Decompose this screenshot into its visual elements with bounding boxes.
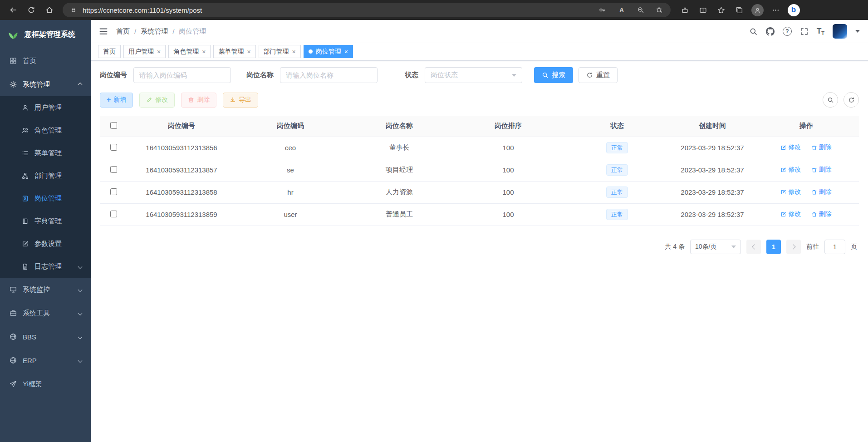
copilot-icon[interactable]: b (785, 2, 802, 18)
favorites-icon[interactable] (712, 2, 730, 18)
badge-icon (21, 195, 29, 202)
row-delete-button[interactable]: 删除 (811, 143, 832, 152)
split-screen-icon[interactable] (694, 2, 711, 18)
refresh-table-icon[interactable] (843, 92, 859, 108)
table-tools (823, 92, 859, 108)
browser-refresh-icon[interactable] (23, 2, 40, 18)
document-icon (21, 263, 29, 270)
sidebar-item-log-mgmt[interactable]: 日志管理 (0, 255, 91, 278)
breadcrumb-separator: / (172, 28, 174, 35)
col-post-id: 岗位编号 (127, 116, 236, 137)
next-page-button[interactable] (786, 240, 801, 254)
row-edit-button[interactable]: 修改 (780, 166, 801, 174)
chevron-down-icon (78, 334, 83, 339)
cell-post-code: hr (236, 181, 345, 203)
export-button[interactable]: 导出 (223, 93, 258, 108)
breadcrumb: 首页 / 系统管理 / 岗位管理 (116, 27, 206, 36)
sidebar-item-bbs[interactable]: BBS (0, 325, 91, 349)
tab-user-mgmt[interactable]: 用户管理 × (123, 45, 166, 58)
sidebar-item-dept-mgmt[interactable]: 部门管理 (0, 164, 91, 187)
row-checkbox[interactable] (110, 188, 117, 195)
post-code-input[interactable] (133, 67, 231, 83)
edit-square-icon (780, 167, 786, 173)
menu-fold-icon[interactable] (99, 27, 108, 36)
sidebar-item-menu-mgmt[interactable]: 菜单管理 (0, 142, 91, 164)
table-row: 1641030593112313857 se 项目经理 100 正常 2023-… (100, 159, 859, 181)
sidebar-item-post-mgmt[interactable]: 岗位管理 (0, 187, 91, 210)
browser-menu-icon[interactable] (767, 2, 784, 18)
sidebar-item-home[interactable]: 首页 (0, 49, 91, 73)
paper-plane-icon (9, 380, 17, 388)
close-icon[interactable]: × (202, 49, 206, 55)
close-icon[interactable]: × (292, 49, 296, 55)
close-icon[interactable]: × (157, 49, 161, 55)
user-avatar[interactable] (833, 24, 847, 39)
sidebar-item-tools[interactable]: 系统工具 (0, 301, 91, 325)
download-icon (230, 97, 236, 103)
status-select[interactable]: 岗位状态 (425, 67, 522, 83)
page-size-select[interactable]: 10条/页 (690, 240, 741, 254)
close-icon[interactable]: × (344, 49, 348, 55)
read-aloud-icon[interactable]: A (614, 4, 629, 16)
close-icon[interactable]: × (247, 49, 250, 55)
sidebar-item-dict-mgmt[interactable]: 字典管理 (0, 210, 91, 232)
sidebar-item-param-settings[interactable]: 参数设置 (0, 232, 91, 255)
sidebar-item-monitor[interactable]: 系统监控 (0, 278, 91, 301)
extensions-icon[interactable] (676, 2, 693, 18)
github-icon[interactable] (766, 27, 775, 36)
tab-home[interactable]: 首页 (98, 45, 121, 58)
row-edit-button[interactable]: 修改 (780, 188, 801, 196)
post-name-label: 岗位名称 (246, 71, 274, 79)
row-checkbox[interactable] (110, 144, 117, 151)
cell-created: 2023-03-29 18:52:37 (672, 137, 753, 159)
row-edit-button[interactable]: 修改 (780, 143, 801, 152)
help-icon[interactable]: ? (783, 27, 792, 36)
search-icon[interactable] (749, 27, 758, 36)
tab-role-mgmt[interactable]: 角色管理 × (168, 45, 211, 58)
select-all-checkbox[interactable] (110, 122, 117, 129)
font-size-icon[interactable]: TT (817, 27, 824, 36)
zoom-icon[interactable] (633, 4, 648, 16)
browser-home-icon[interactable] (41, 2, 58, 18)
browser-back-icon[interactable] (5, 2, 22, 18)
post-name-input[interactable] (280, 67, 378, 83)
app-logo: 意框架管理系统 (0, 20, 91, 49)
fullscreen-icon[interactable] (800, 27, 809, 36)
browser-profile-avatar[interactable] (749, 2, 766, 18)
delete-button[interactable]: 删除 (181, 93, 216, 108)
tab-menu-mgmt[interactable]: 菜单管理 × (213, 45, 255, 58)
address-bar[interactable]: https://ccnetcore.com:1101/system/post A (63, 3, 671, 17)
breadcrumb-system[interactable]: 系统管理 (141, 27, 168, 36)
row-delete-button[interactable]: 删除 (811, 188, 832, 196)
breadcrumb-home[interactable]: 首页 (116, 27, 130, 36)
prev-page-button[interactable] (746, 240, 761, 254)
add-favorite-icon[interactable] (652, 4, 667, 16)
toggle-search-icon[interactable] (823, 92, 838, 108)
reset-button[interactable]: 重置 (579, 67, 618, 83)
col-post-sort: 岗位排序 (454, 116, 563, 137)
sidebar-item-user-mgmt[interactable]: 用户管理 (0, 96, 91, 119)
page-1-button[interactable]: 1 (766, 240, 781, 254)
edit-button[interactable]: 修改 (139, 93, 175, 108)
chevron-left-icon (752, 244, 757, 249)
collections-icon[interactable] (731, 2, 748, 18)
goto-page-input[interactable] (824, 240, 845, 254)
row-checkbox[interactable] (110, 211, 117, 217)
tab-post-mgmt[interactable]: 岗位管理 × (304, 45, 353, 58)
row-checkbox[interactable] (110, 166, 117, 173)
sidebar-item-system[interactable]: 系统管理 (0, 73, 91, 96)
row-edit-button[interactable]: 修改 (780, 210, 801, 218)
row-delete-button[interactable]: 删除 (811, 166, 832, 174)
sidebar-item-erp[interactable]: ERP (0, 349, 91, 372)
chevron-down-icon (78, 287, 83, 292)
add-button[interactable]: + 新增 (100, 93, 133, 108)
password-key-icon[interactable] (595, 4, 610, 16)
avatar-caret-icon[interactable] (855, 30, 860, 33)
tab-dept-mgmt[interactable]: 部门管理 × (259, 45, 301, 58)
pencil-icon (146, 97, 152, 103)
sidebar-item-role-mgmt[interactable]: 角色管理 (0, 119, 91, 142)
breadcrumb-separator: / (134, 28, 136, 35)
row-delete-button[interactable]: 删除 (811, 210, 832, 218)
sidebar-item-yi-framework[interactable]: Yi框架 (0, 372, 91, 396)
search-button[interactable]: 搜索 (534, 67, 573, 83)
